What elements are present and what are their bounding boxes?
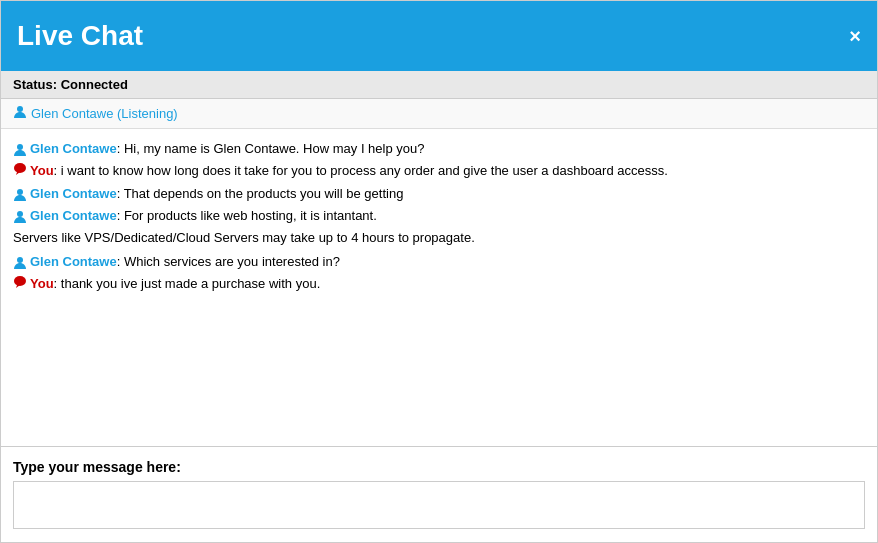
svg-point-7 (14, 276, 26, 286)
sender-name: Glen Contawe (30, 186, 117, 201)
sender-name: You (30, 163, 54, 178)
svg-marker-3 (16, 172, 20, 175)
status-bar: Status: Connected (1, 71, 877, 99)
message-item: Glen Contawe: That depends on the produc… (13, 184, 865, 204)
chat-title: Live Chat (17, 20, 143, 52)
input-label: Type your message here: (13, 459, 865, 475)
status-text: Status: Connected (13, 77, 128, 92)
listener-label: Glen Contawe (Listening) (31, 106, 178, 121)
message-text: : Which services are you interested in? (117, 254, 340, 269)
agent-icon (13, 140, 27, 160)
agent-icon (13, 184, 27, 204)
message-text: : That depends on the products you will … (117, 186, 404, 201)
sender-name: You (30, 276, 54, 291)
message-item: You: i want to know how long does it tak… (13, 161, 865, 181)
message-item: Glen Contawe: Hi, my name is Glen Contaw… (13, 139, 865, 159)
messages-area: Glen Contawe: Hi, my name is Glen Contaw… (1, 129, 877, 446)
svg-point-1 (17, 144, 23, 150)
message-item: You: thank you ive just made a purchase … (13, 274, 865, 294)
message-text: : Hi, my name is Glen Contawe. How may I… (117, 141, 425, 156)
close-button[interactable]: × (849, 26, 861, 46)
message-text: : i want to know how long does it take f… (54, 163, 668, 178)
message-item: Glen Contawe: For products like web host… (13, 206, 865, 226)
message-continuation: Servers like VPS/Dedicated/Cloud Servers… (13, 228, 865, 248)
svg-point-6 (17, 257, 23, 263)
continuation-text: Servers like VPS/Dedicated/Cloud Servers… (13, 230, 475, 245)
svg-point-0 (17, 106, 23, 112)
input-area: Type your message here: (1, 446, 877, 542)
listener-bar: Glen Contawe (Listening) (1, 99, 877, 129)
user-icon (13, 162, 27, 182)
message-item: Glen Contawe: Which services are you int… (13, 252, 865, 272)
chat-header: Live Chat × (1, 1, 877, 71)
svg-point-5 (17, 211, 23, 217)
message-input[interactable] (13, 481, 865, 529)
message-text: : thank you ive just made a purchase wit… (54, 276, 321, 291)
person-icon (13, 105, 27, 122)
svg-point-2 (14, 163, 26, 173)
user-icon (13, 275, 27, 295)
agent-icon (13, 253, 27, 273)
message-text: : For products like web hosting, it is i… (117, 208, 377, 223)
agent-icon (13, 207, 27, 227)
sender-name: Glen Contawe (30, 141, 117, 156)
svg-point-4 (17, 189, 23, 195)
chat-window: Live Chat × Status: Connected Glen Conta… (0, 0, 878, 543)
sender-name: Glen Contawe (30, 208, 117, 223)
sender-name: Glen Contawe (30, 254, 117, 269)
